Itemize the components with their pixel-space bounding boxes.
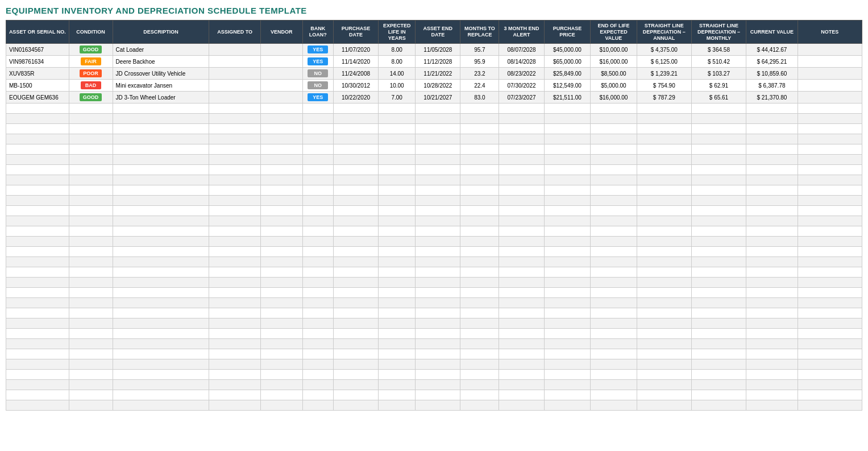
empty-cell xyxy=(746,185,798,196)
empty-cell xyxy=(6,114,69,124)
empty-cell xyxy=(691,237,746,247)
empty-cell xyxy=(379,349,416,359)
empty-cell xyxy=(113,298,209,308)
cell-sl-annual: $ 4,375.00 xyxy=(637,44,691,56)
empty-cell xyxy=(302,237,333,247)
cell-vendor xyxy=(260,80,302,92)
empty-row xyxy=(6,359,862,370)
empty-cell xyxy=(544,226,591,237)
empty-cell xyxy=(333,237,378,247)
empty-cell xyxy=(113,370,209,380)
empty-row xyxy=(6,165,862,175)
cell-description: Deere Backhoe xyxy=(113,56,209,68)
empty-cell xyxy=(302,226,333,237)
empty-cell xyxy=(69,216,113,226)
empty-cell xyxy=(637,257,691,267)
empty-cell xyxy=(544,104,591,114)
empty-cell xyxy=(6,185,69,196)
col-header-sl-monthly: STRAIGHT LINE DEPRECIATION – MONTHLY xyxy=(691,20,746,44)
empty-cell xyxy=(637,339,691,349)
empty-cell xyxy=(113,329,209,339)
empty-cell xyxy=(499,114,544,124)
empty-cell xyxy=(6,298,69,308)
empty-cell xyxy=(209,267,261,278)
cell-bank-loan: YES xyxy=(302,92,333,104)
empty-cell xyxy=(691,380,746,390)
empty-cell xyxy=(460,267,499,278)
empty-cell xyxy=(591,298,637,308)
cell-condition: POOR xyxy=(69,68,113,80)
empty-cell xyxy=(591,124,637,134)
empty-cell xyxy=(69,175,113,185)
empty-cell xyxy=(691,134,746,144)
empty-cell xyxy=(260,216,302,226)
empty-cell xyxy=(416,257,460,267)
empty-cell xyxy=(69,370,113,380)
empty-cell xyxy=(544,144,591,155)
cell-bank-loan: YES xyxy=(302,56,333,68)
empty-cell xyxy=(6,104,69,114)
empty-row xyxy=(6,257,862,267)
empty-cell xyxy=(416,247,460,257)
empty-cell xyxy=(746,370,798,380)
empty-cell xyxy=(209,134,261,144)
empty-cell xyxy=(6,267,69,278)
empty-cell xyxy=(113,226,209,237)
empty-cell xyxy=(691,226,746,237)
empty-cell xyxy=(69,339,113,349)
empty-cell xyxy=(209,359,261,370)
empty-cell xyxy=(302,400,333,411)
empty-cell xyxy=(379,104,416,114)
empty-cell xyxy=(333,216,378,226)
cell-bank-loan: NO xyxy=(302,80,333,92)
empty-cell xyxy=(333,124,378,134)
cell-notes xyxy=(798,44,862,56)
empty-cell xyxy=(333,298,378,308)
empty-cell xyxy=(746,124,798,134)
empty-cell xyxy=(333,380,378,390)
empty-cell xyxy=(460,390,499,400)
empty-cell xyxy=(69,318,113,329)
empty-cell xyxy=(798,175,862,185)
table-header-row: ASSET OR SERIAL NO. CONDITION DESCRIPTIO… xyxy=(6,20,862,44)
cell-current: $ 44,412.67 xyxy=(746,44,798,56)
empty-cell xyxy=(691,247,746,257)
empty-cell xyxy=(6,134,69,144)
empty-row xyxy=(6,247,862,257)
empty-cell xyxy=(691,400,746,411)
empty-cell xyxy=(379,380,416,390)
empty-cell xyxy=(379,247,416,257)
empty-cell xyxy=(798,134,862,144)
empty-cell xyxy=(6,370,69,380)
empty-cell xyxy=(416,114,460,124)
cell-purchase-date: 10/22/2020 xyxy=(333,92,378,104)
empty-cell xyxy=(379,144,416,155)
empty-cell xyxy=(69,298,113,308)
empty-cell xyxy=(746,339,798,349)
empty-cell xyxy=(637,267,691,278)
empty-cell xyxy=(460,175,499,185)
empty-cell xyxy=(379,257,416,267)
cell-life: 7.00 xyxy=(379,92,416,104)
cell-vendor xyxy=(260,92,302,104)
cell-life: 10.00 xyxy=(379,80,416,92)
empty-cell xyxy=(260,257,302,267)
empty-cell xyxy=(209,370,261,380)
cell-asset: VIN01634567 xyxy=(6,44,69,56)
empty-cell xyxy=(637,390,691,400)
empty-cell xyxy=(416,400,460,411)
cell-asset: MB-1500 xyxy=(6,80,69,92)
empty-cell xyxy=(333,370,378,380)
empty-cell xyxy=(460,318,499,329)
empty-row xyxy=(6,400,862,411)
empty-cell xyxy=(499,339,544,349)
empty-cell xyxy=(379,165,416,175)
empty-cell xyxy=(499,390,544,400)
empty-cell xyxy=(798,226,862,237)
empty-cell xyxy=(302,144,333,155)
cell-vendor xyxy=(260,68,302,80)
col-header-condition: CONDITION xyxy=(69,20,113,44)
empty-cell xyxy=(302,104,333,114)
empty-cell xyxy=(499,247,544,257)
empty-cell xyxy=(302,278,333,288)
